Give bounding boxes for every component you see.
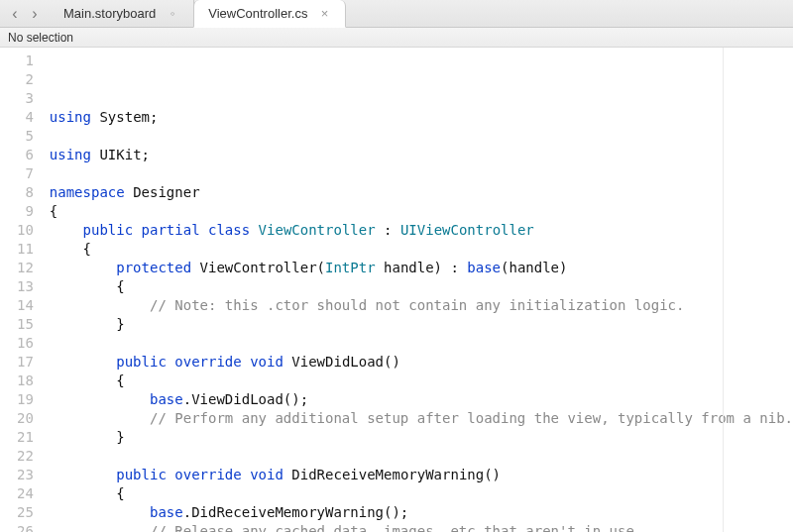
- line-number-gutter: 1234567891011121314151617181920212223242…: [0, 48, 44, 532]
- code-line[interactable]: {: [50, 277, 793, 296]
- code-line[interactable]: base.DidReceiveMemoryWarning();: [50, 503, 793, 522]
- chevron-left-icon: ‹: [12, 5, 17, 23]
- code-line[interactable]: public override void ViewDidLoad(): [50, 353, 793, 372]
- line-number: 23: [0, 466, 34, 484]
- code-line[interactable]: {: [50, 202, 793, 221]
- code-editor[interactable]: 1234567891011121314151617181920212223242…: [0, 48, 793, 532]
- code-line[interactable]: namespace Designer: [50, 183, 793, 202]
- line-number: 12: [0, 259, 34, 277]
- code-line[interactable]: base.ViewDidLoad();: [50, 390, 793, 409]
- code-line[interactable]: public override void DidReceiveMemoryWar…: [50, 466, 793, 484]
- line-number: 1: [0, 52, 34, 70]
- line-number: 16: [0, 334, 34, 353]
- code-line[interactable]: // Perform any additional setup after lo…: [50, 409, 793, 428]
- breadcrumb-bar[interactable]: No selection: [0, 28, 793, 48]
- breadcrumb: No selection: [8, 31, 73, 45]
- code-line[interactable]: [50, 127, 793, 146]
- line-number: 19: [0, 390, 34, 409]
- code-line[interactable]: using UIKit;: [50, 146, 793, 164]
- code-line[interactable]: [50, 164, 793, 183]
- line-number: 8: [0, 183, 34, 202]
- margin-guide: [723, 48, 724, 532]
- line-number: 9: [0, 202, 34, 221]
- nav-forward-button[interactable]: ›: [26, 4, 44, 24]
- line-number: 26: [0, 522, 34, 532]
- code-line[interactable]: {: [50, 372, 793, 390]
- pin-icon: ◦: [166, 7, 179, 21]
- code-line[interactable]: // Release any cached data, images, etc …: [50, 522, 793, 532]
- tab-bar: ‹ › Main.storyboard ◦ ViewController.cs …: [0, 0, 793, 28]
- close-icon[interactable]: ×: [317, 7, 331, 21]
- code-line[interactable]: {: [50, 484, 793, 503]
- code-line[interactable]: [50, 334, 793, 353]
- code-line[interactable]: }: [50, 315, 793, 334]
- line-number: 24: [0, 484, 34, 503]
- line-number: 18: [0, 372, 34, 390]
- line-number: 17: [0, 353, 34, 372]
- code-line[interactable]: {: [50, 240, 793, 259]
- line-number: 14: [0, 296, 34, 315]
- code-line[interactable]: // Note: this .ctor should not contain a…: [50, 296, 793, 315]
- line-number: 4: [0, 108, 34, 127]
- tab-label: Main.storyboard: [63, 6, 156, 21]
- chevron-right-icon: ›: [32, 5, 37, 23]
- code-line[interactable]: protected ViewController(IntPtr handle) …: [50, 259, 793, 277]
- line-number: 20: [0, 409, 34, 428]
- code-line[interactable]: [50, 447, 793, 466]
- code-line[interactable]: public partial class ViewController : UI…: [50, 221, 793, 240]
- line-number: 6: [0, 146, 34, 164]
- nav-back-button[interactable]: ‹: [6, 4, 24, 24]
- line-number: 22: [0, 447, 34, 466]
- line-number: 10: [0, 221, 34, 240]
- line-number: 11: [0, 240, 34, 259]
- line-number: 2: [0, 70, 34, 89]
- line-number: 3: [0, 89, 34, 108]
- tab-main-storyboard[interactable]: Main.storyboard ◦: [50, 0, 194, 27]
- line-number: 21: [0, 428, 34, 447]
- line-number: 25: [0, 503, 34, 522]
- tab-label: ViewController.cs: [208, 6, 307, 21]
- line-number: 7: [0, 164, 34, 183]
- line-number: 13: [0, 277, 34, 296]
- tabs-container: Main.storyboard ◦ ViewController.cs ×: [50, 0, 793, 27]
- tab-viewcontroller-cs[interactable]: ViewController.cs ×: [193, 0, 346, 28]
- code-area[interactable]: using System; using UIKit; namespace Des…: [44, 48, 793, 532]
- line-number: 5: [0, 127, 34, 146]
- code-line[interactable]: }: [50, 428, 793, 447]
- nav-buttons: ‹ ›: [0, 0, 50, 27]
- code-line[interactable]: using System;: [50, 108, 793, 127]
- line-number: 15: [0, 315, 34, 334]
